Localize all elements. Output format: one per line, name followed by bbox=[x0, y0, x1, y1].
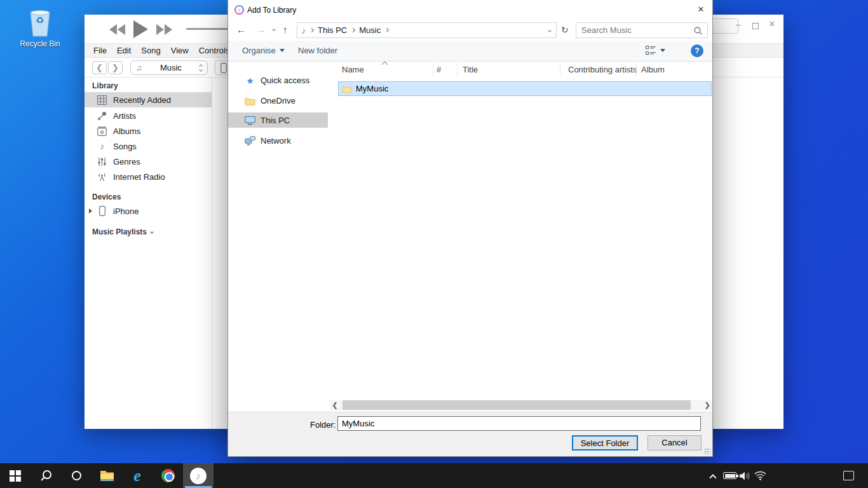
disclosure-triangle-icon[interactable] bbox=[89, 208, 92, 214]
sidebar-item-songs[interactable]: ♪ Songs bbox=[85, 139, 212, 154]
itunes-close-icon[interactable]: × bbox=[769, 18, 775, 30]
network-icon bbox=[245, 136, 255, 146]
view-options-button[interactable] bbox=[646, 46, 665, 55]
menu-song[interactable]: Song bbox=[141, 46, 160, 55]
file-row-mymusic[interactable]: MyMusic bbox=[338, 81, 712, 96]
antenna-icon bbox=[97, 172, 107, 182]
chrome-button[interactable] bbox=[153, 463, 183, 488]
dialog-titlebar[interactable]: ♪ Add To Library × bbox=[228, 0, 712, 20]
resize-grip[interactable] bbox=[704, 448, 710, 454]
sidebar-item-internet-radio[interactable]: Internet Radio bbox=[85, 169, 212, 184]
navigation-pane: ★ Quick access OneDrive This PC bbox=[228, 62, 328, 398]
previous-track-icon[interactable] bbox=[109, 24, 125, 35]
sidebar-item-genres[interactable]: Genres bbox=[85, 154, 212, 169]
music-playlists-header[interactable]: Music Playlists bbox=[92, 227, 153, 236]
next-track-icon[interactable] bbox=[156, 24, 172, 35]
column-title[interactable]: Title bbox=[463, 65, 478, 74]
itunes-taskbar-button[interactable]: ♪ bbox=[183, 463, 214, 488]
itunes-maximize-icon[interactable] bbox=[752, 20, 759, 32]
action-center-button[interactable] bbox=[837, 463, 859, 488]
itunes-forward-button[interactable]: ❯ bbox=[108, 61, 123, 74]
itunes-minimize-icon[interactable]: – bbox=[736, 18, 741, 30]
column-number[interactable]: # bbox=[437, 65, 441, 74]
scroll-right-icon[interactable]: ❯ bbox=[702, 400, 712, 410]
cortana-button[interactable] bbox=[61, 463, 92, 488]
column-album[interactable]: Album bbox=[641, 65, 665, 74]
tray-show-hidden-icons[interactable] bbox=[705, 463, 721, 488]
folder-icon bbox=[342, 85, 352, 93]
sidebar-item-label: iPhone bbox=[113, 207, 139, 216]
back-icon[interactable]: ← bbox=[236, 24, 246, 35]
internet-explorer-button[interactable]: e bbox=[122, 463, 153, 488]
taskbar: e ♪ bbox=[0, 463, 868, 488]
sidebar-item-label: Genres bbox=[113, 157, 140, 166]
refresh-icon[interactable]: ↻ bbox=[561, 25, 569, 35]
nav-item-quick-access[interactable]: ★ Quick access bbox=[228, 73, 328, 88]
recycle-bin[interactable]: ♻ Recycle Bin bbox=[13, 6, 67, 48]
recycle-symbol-icon: ♻ bbox=[36, 15, 44, 26]
horizontal-scrollbar[interactable]: ❮ ❯ bbox=[330, 400, 712, 410]
sidebar-item-albums[interactable]: Albums bbox=[85, 123, 212, 139]
volume-slider[interactable] bbox=[186, 28, 229, 30]
nav-item-label: Quick access bbox=[261, 76, 309, 85]
column-name[interactable]: Name bbox=[342, 65, 364, 74]
help-button[interactable]: ? bbox=[691, 44, 703, 57]
breadcrumb[interactable]: ♪ This PC Music bbox=[297, 22, 557, 38]
note-icon: ♪ bbox=[97, 141, 107, 152]
list-view-icon bbox=[646, 46, 656, 55]
forward-icon: → bbox=[256, 24, 266, 35]
file-explorer-button[interactable] bbox=[92, 463, 122, 488]
column-divider[interactable] bbox=[457, 64, 458, 76]
menu-view[interactable]: View bbox=[171, 46, 189, 55]
sidebar-item-label: Albums bbox=[113, 126, 140, 136]
nav-item-this-pc[interactable]: This PC bbox=[228, 112, 328, 128]
breadcrumb-music[interactable]: Music bbox=[359, 25, 381, 35]
tray-network[interactable] bbox=[751, 463, 769, 488]
search-input[interactable] bbox=[576, 23, 707, 37]
play-icon[interactable] bbox=[133, 20, 148, 38]
itunes-search-field[interactable] bbox=[709, 18, 738, 34]
dialog-close-icon[interactable]: × bbox=[693, 2, 709, 17]
search-icon[interactable] bbox=[694, 27, 702, 35]
address-dropdown-chevron-icon[interactable] bbox=[548, 29, 552, 32]
sidebar-item-recently-added[interactable]: Recently Added bbox=[85, 92, 212, 107]
organise-button[interactable]: Organise bbox=[242, 46, 285, 55]
scroll-left-icon[interactable]: ❮ bbox=[330, 400, 340, 410]
media-picker[interactable]: ♫ Music bbox=[130, 60, 208, 75]
nav-item-network[interactable]: Network bbox=[228, 133, 328, 148]
internet-explorer-icon: e bbox=[133, 468, 141, 484]
wifi-icon bbox=[754, 471, 766, 480]
column-divider[interactable] bbox=[636, 64, 637, 76]
nav-item-onedrive[interactable]: OneDrive bbox=[228, 93, 328, 108]
breadcrumb-separator-icon bbox=[309, 28, 314, 32]
folder-name-input[interactable] bbox=[337, 416, 701, 431]
select-folder-button[interactable]: Select Folder bbox=[572, 435, 638, 451]
menu-controls[interactable]: Controls bbox=[199, 46, 229, 55]
dialog-title: Add To Library bbox=[247, 6, 296, 15]
sliders-icon bbox=[97, 156, 107, 167]
cancel-button[interactable]: Cancel bbox=[648, 435, 702, 451]
up-icon[interactable]: ↑ bbox=[283, 24, 288, 35]
sidebar-item-artists[interactable]: Artists bbox=[85, 108, 212, 123]
breadcrumb-this-pc[interactable]: This PC bbox=[318, 25, 347, 35]
menu-file[interactable]: File bbox=[93, 46, 107, 55]
column-contributing-artists[interactable]: Contributing artists bbox=[568, 65, 637, 74]
grid-icon bbox=[97, 95, 107, 105]
menu-edit[interactable]: Edit bbox=[117, 46, 131, 55]
sidebar-item-iphone[interactable]: iPhone bbox=[85, 203, 212, 219]
taskbar-search-button[interactable] bbox=[31, 463, 61, 488]
nav-item-label: This PC bbox=[261, 116, 290, 125]
new-folder-button[interactable]: New folder bbox=[298, 46, 337, 55]
star-icon: ★ bbox=[245, 76, 255, 86]
sidebar-item-label: Songs bbox=[113, 142, 137, 151]
column-divider[interactable] bbox=[560, 64, 560, 76]
recent-locations-chevron-icon[interactable] bbox=[272, 27, 276, 31]
scrollbar-thumb[interactable] bbox=[342, 400, 691, 410]
add-to-library-dialog: ♪ Add To Library × ← → ↑ ♪ This PC Music… bbox=[227, 0, 713, 457]
organise-label: Organise bbox=[242, 46, 276, 55]
column-divider[interactable] bbox=[433, 64, 433, 76]
start-button[interactable] bbox=[0, 463, 31, 488]
dialog-toolbar: Organise New folder ? bbox=[228, 41, 712, 62]
folder-label: Folder: bbox=[310, 420, 336, 430]
itunes-back-button[interactable]: ❮ bbox=[92, 61, 107, 74]
